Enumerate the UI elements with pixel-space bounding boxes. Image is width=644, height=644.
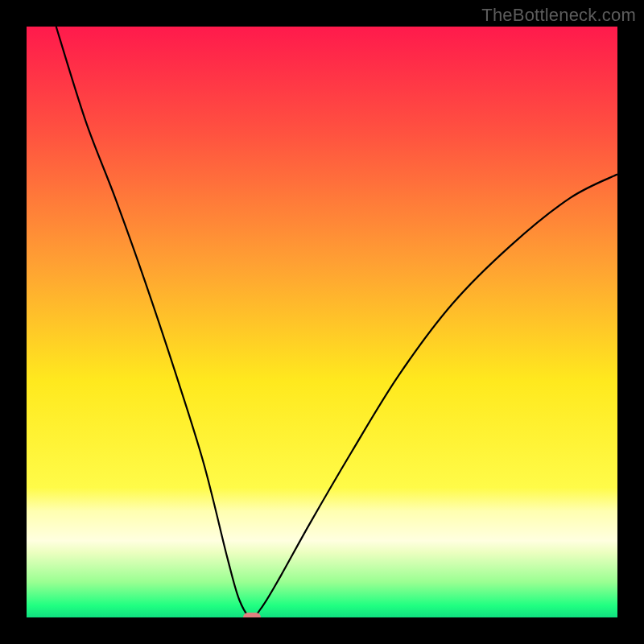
plot-area [27,27,617,617]
min-point-marker [243,613,261,617]
watermark-label: TheBottleneck.com [481,5,636,26]
bottleneck-curve-path [56,27,617,617]
chart-frame: TheBottleneck.com [0,0,644,644]
bottleneck-curve [27,27,617,617]
